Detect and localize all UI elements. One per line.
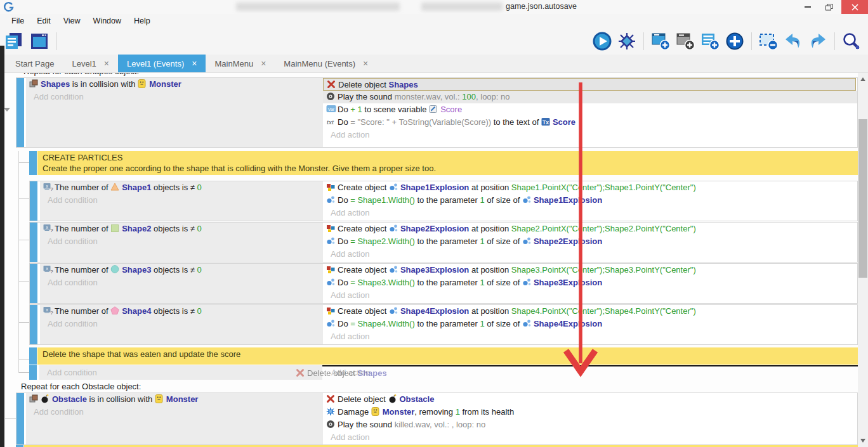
event-block[interactable]: Obstacle is in collision with MonsterAdd… bbox=[16, 392, 858, 445]
undo-button[interactable] bbox=[783, 31, 803, 51]
tab-level1-events-[interactable]: Level1 (Events)× bbox=[118, 55, 206, 72]
condition-row[interactable]: Shapes is in collision with Monster bbox=[26, 78, 323, 91]
text-segment: Do bbox=[338, 105, 350, 114]
event-block[interactable]: Shapes is in collision with MonsterAdd c… bbox=[16, 77, 858, 148]
add-action-button[interactable]: Add action bbox=[323, 330, 857, 343]
scene-editor-window-button[interactable] bbox=[29, 31, 49, 51]
action-row[interactable]: txtDo = "Score: " + ToString(Variable(Sc… bbox=[323, 116, 857, 129]
tab-close-icon[interactable]: × bbox=[261, 59, 266, 68]
monster-icon bbox=[155, 394, 164, 403]
action-row[interactable]: Delete object Shapes bbox=[323, 78, 856, 91]
event-block[interactable]: x?The number of Shape2 objects is ≠ 0Add… bbox=[29, 222, 858, 262]
debug-button[interactable] bbox=[617, 31, 637, 51]
action-row[interactable]: Create object Shape1Explosion at positio… bbox=[323, 181, 857, 194]
count-icon: x? bbox=[43, 183, 53, 191]
add-condition-button[interactable]: Add condition bbox=[40, 194, 323, 207]
collision-icon bbox=[29, 79, 39, 88]
text-segment: = Shape4.Width() bbox=[350, 319, 415, 328]
action-row[interactable]: Delete object Obstacle bbox=[323, 393, 857, 406]
text-segment: no bbox=[501, 92, 510, 101]
add-condition-button[interactable]: Add condition bbox=[40, 235, 323, 248]
restore-button[interactable] bbox=[820, 0, 839, 14]
event-block[interactable]: x?The number of Shape4 objects is ≠ 0Add… bbox=[29, 304, 858, 345]
text-segment: at position bbox=[469, 265, 511, 275]
tab-mainmenu-events-[interactable]: MainMenu (Events)× bbox=[275, 55, 377, 72]
menu-file[interactable]: File bbox=[5, 14, 30, 29]
tab-close-icon[interactable]: × bbox=[192, 59, 197, 68]
action-row[interactable]: VarDo + 1 to scene variable Score bbox=[323, 103, 857, 116]
tab-mainmenu[interactable]: MainMenu× bbox=[206, 55, 275, 72]
add-event-button[interactable] bbox=[650, 31, 671, 51]
redo-button[interactable] bbox=[808, 31, 828, 51]
close-button[interactable] bbox=[841, 0, 868, 14]
menu-view[interactable]: View bbox=[57, 14, 87, 29]
action-row[interactable]: Create object Shape3Explosion at positio… bbox=[323, 264, 857, 276]
event-block[interactable]: x?The number of Shape1 objects is ≠ 0Add… bbox=[29, 181, 858, 221]
action-row[interactable]: Do = Shape4.Width() to the parameter 1 o… bbox=[323, 318, 857, 330]
event-bar bbox=[30, 223, 37, 262]
tree-connector bbox=[18, 359, 29, 360]
foreach-header-text[interactable]: Repeat for each Obstacle object: bbox=[16, 380, 858, 392]
action-row[interactable]: Do = Shape3.Width() to the parameter 1 o… bbox=[323, 276, 857, 289]
delete-event-button[interactable] bbox=[758, 31, 779, 51]
condition-row[interactable]: x?The number of Shape1 objects is ≠ 0 bbox=[40, 181, 323, 194]
action-row[interactable]: Play the sound monster.wav, vol.: 100, l… bbox=[323, 91, 857, 103]
project-manager-button[interactable] bbox=[4, 31, 24, 51]
sound-icon bbox=[326, 420, 336, 429]
condition-row[interactable]: x?The number of Shape4 objects is ≠ 0 bbox=[40, 305, 323, 318]
add-condition-button[interactable]: Add condition bbox=[39, 366, 322, 379]
add-condition-button[interactable]: Add condition bbox=[26, 91, 323, 103]
tab-close-icon[interactable]: × bbox=[363, 59, 368, 68]
action-row[interactable]: Damage Monster, removing 1 from its heal… bbox=[323, 406, 857, 418]
action-row[interactable]: Do = Shape1.Width() to the parameter 1 o… bbox=[323, 194, 857, 207]
text-segment: Do bbox=[338, 319, 350, 328]
comment-text[interactable]: CREATE PARTICLESCreate the proper one ac… bbox=[37, 151, 858, 175]
add-comment-button[interactable] bbox=[700, 31, 720, 51]
action-row[interactable]: Create object Shape2Explosion at positio… bbox=[323, 223, 857, 235]
event-block[interactable]: x?The number of Shape3 objects is ≠ 0Add… bbox=[29, 263, 858, 304]
collapse-arrow-icon[interactable] bbox=[4, 108, 10, 112]
actions-column: Delete object ObstacleDamage Monster, re… bbox=[323, 393, 857, 444]
condition-row[interactable]: x?The number of Shape2 objects is ≠ 0 bbox=[40, 223, 323, 235]
text-segment: 1 bbox=[480, 195, 484, 205]
add-sub-event-button[interactable] bbox=[675, 31, 695, 51]
text-segment: Shape2Explosion bbox=[400, 224, 469, 233]
add-condition-button[interactable]: Add condition bbox=[40, 318, 323, 330]
tab-start-page[interactable]: Start Page bbox=[6, 55, 63, 72]
add-action-button[interactable]: Add action bbox=[323, 207, 857, 219]
condition-row[interactable]: Obstacle is in collision with Monster bbox=[26, 393, 323, 406]
search-button[interactable] bbox=[841, 31, 862, 51]
preview-play-button[interactable] bbox=[592, 31, 612, 51]
tab-close-icon[interactable]: × bbox=[104, 59, 109, 68]
add-condition-button[interactable]: Add condition bbox=[26, 406, 323, 418]
text-segment: objects is ≠ bbox=[151, 265, 197, 275]
add-action-button[interactable]: Add action bbox=[323, 289, 857, 302]
text-segment: = Shape2.Width() bbox=[350, 236, 415, 246]
menu-help[interactable]: Help bbox=[128, 14, 157, 29]
comment-text[interactable]: Delete the shape that was eaten and upda… bbox=[37, 347, 858, 365]
action-row[interactable]: Play the sound killed.wav, vol.: , loop:… bbox=[323, 418, 857, 431]
count-icon: x? bbox=[43, 306, 53, 315]
add-action-button[interactable]: Add action bbox=[323, 248, 857, 261]
scrollbar-thumb[interactable] bbox=[858, 119, 867, 278]
condition-row[interactable]: x?The number of Shape3 objects is ≠ 0 bbox=[40, 264, 323, 276]
vertical-scrollbar[interactable] bbox=[858, 73, 868, 447]
menu-window[interactable]: Window bbox=[87, 14, 128, 29]
tab-level1[interactable]: Level1× bbox=[63, 55, 118, 72]
scroll-up-icon[interactable] bbox=[860, 77, 865, 81]
text-segment: Monster bbox=[383, 407, 415, 417]
add-action-button[interactable]: Add action bbox=[323, 431, 857, 444]
action-row[interactable]: Do = Shape2.Width() to the parameter 1 o… bbox=[323, 235, 857, 248]
add-action-button[interactable]: Add action bbox=[323, 129, 857, 141]
add-other-event-button[interactable] bbox=[725, 31, 745, 51]
action-row[interactable]: Create object Shape4Explosion at positio… bbox=[323, 305, 857, 318]
svg-text:?: ? bbox=[50, 186, 53, 192]
menu-edit[interactable]: Edit bbox=[30, 14, 57, 29]
add-condition-button[interactable]: Add condition bbox=[40, 276, 323, 289]
svg-text:txt: txt bbox=[327, 118, 334, 126]
scroll-down-icon[interactable] bbox=[860, 439, 865, 443]
minimize-button[interactable] bbox=[798, 0, 817, 14]
bomb-icon bbox=[388, 394, 398, 403]
add-action-button[interactable]: Add action bbox=[322, 366, 858, 379]
text-segment: to scene variable bbox=[362, 105, 430, 114]
